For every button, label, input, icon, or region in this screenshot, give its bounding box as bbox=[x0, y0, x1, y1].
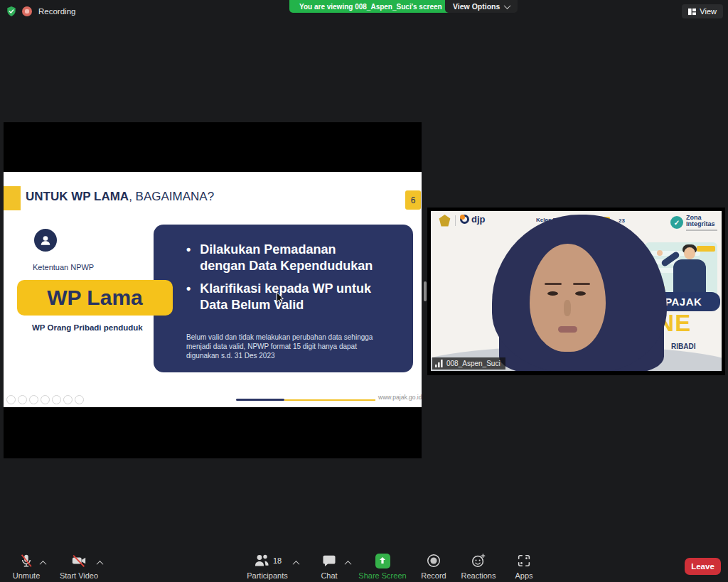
apps-label: Apps bbox=[515, 571, 532, 580]
view-options-button[interactable]: View Options bbox=[445, 0, 518, 13]
tiktok-icon bbox=[52, 395, 61, 404]
slide-title-rest: , BAGAIMANA? bbox=[129, 190, 214, 203]
meeting-status-group: Recording bbox=[6, 6, 75, 17]
mouse-cursor bbox=[276, 291, 285, 304]
camera-muted-icon bbox=[70, 553, 87, 568]
person-icon bbox=[34, 229, 57, 252]
djp-logo-icon bbox=[460, 215, 469, 224]
record-button[interactable]: Record bbox=[412, 553, 455, 580]
slide-note: Belum valid dan tidak melakukan perubaha… bbox=[186, 333, 390, 361]
bullet-item: • Dilakukan Pemadanan dengan Data Kepend… bbox=[186, 242, 379, 274]
participant-name: 008_Aspen_Suci bbox=[446, 360, 500, 367]
video-options-caret[interactable] bbox=[95, 559, 104, 567]
kemenkeu-emblem-icon bbox=[439, 215, 451, 227]
viewing-screen-banner: You are viewing 008_Aspen_Suci's screen bbox=[289, 0, 452, 13]
unmute-label: Unmute bbox=[13, 571, 41, 580]
view-options-label: View Options bbox=[453, 2, 500, 11]
start-video-label: Start Video bbox=[60, 571, 98, 580]
slide-website-url: www.pajak.go.id bbox=[378, 394, 422, 401]
reactions-label: Reactions bbox=[461, 571, 496, 580]
participant-name-tag: 008_Aspen_Suci bbox=[432, 357, 505, 370]
panel-resize-handle[interactable] bbox=[424, 281, 427, 301]
participants-count: 18 bbox=[273, 556, 282, 565]
zoom-meeting-window: Recording You are viewing 008_Aspen_Suci… bbox=[0, 0, 728, 582]
bullet-text: Dilakukan Pemadanan dengan Data Kependud… bbox=[200, 242, 379, 274]
record-label: Record bbox=[421, 571, 446, 580]
chat-options-caret[interactable] bbox=[343, 559, 352, 567]
participants-button[interactable]: 18 Participants bbox=[240, 553, 294, 580]
wp-badge-caption: WP Orang Pribadi penduduk bbox=[32, 323, 143, 332]
slide-progress-line-yellow bbox=[284, 399, 375, 401]
facebook-icon bbox=[6, 395, 16, 404]
search-icon bbox=[63, 395, 73, 404]
djp-logo: djp bbox=[460, 214, 486, 225]
slide-social-icons bbox=[6, 395, 84, 404]
connection-signal-icon bbox=[435, 360, 444, 367]
slide-accent-tab bbox=[4, 186, 21, 210]
apps-icon bbox=[516, 553, 532, 568]
zona-integritas-icon: ✓ bbox=[670, 216, 683, 229]
slide-progress-line-navy bbox=[236, 399, 284, 401]
slide-title-bold: UNTUK WP LAMA bbox=[26, 190, 129, 203]
twitter-icon bbox=[18, 395, 27, 404]
audio-options-caret[interactable] bbox=[38, 559, 47, 567]
zona-integritas-logo: ✓ Zona Integritas bbox=[670, 215, 717, 231]
security-shield-icon[interactable] bbox=[6, 6, 17, 17]
instagram-icon bbox=[29, 395, 38, 404]
shared-screen-area: UNTUK WP LAMA, BAGAIMANA? 6 Ketentuan NP… bbox=[4, 122, 422, 458]
youtube-icon bbox=[41, 395, 50, 404]
bullet-text: Klarifikasi kepada WP untuk Data Belum V… bbox=[200, 281, 379, 313]
apps-button[interactable]: Apps bbox=[506, 553, 542, 580]
view-button[interactable]: View bbox=[682, 4, 723, 18]
more-icon bbox=[75, 395, 84, 404]
share-screen-label: Share Screen bbox=[358, 571, 406, 580]
recording-indicator-icon[interactable] bbox=[22, 6, 32, 16]
wp-lama-badge: WP Lama bbox=[17, 280, 173, 316]
participants-icon bbox=[253, 553, 270, 568]
participants-options-caret[interactable] bbox=[291, 559, 300, 567]
record-icon bbox=[426, 553, 441, 568]
participant-video[interactable]: djp Kelas Pajak KPP Pratama 23 ✓ Zona In… bbox=[427, 208, 725, 375]
participant-video-content: djp Kelas Pajak KPP Pratama 23 ✓ Zona In… bbox=[431, 211, 722, 371]
poster-orang-pribadi-text: RIBADI bbox=[671, 343, 695, 350]
layout-grid-icon bbox=[688, 8, 696, 16]
share-screen-button[interactable]: Share Screen bbox=[358, 553, 407, 580]
slide-caption-ketentuan: Ketentuan NPWP bbox=[33, 263, 94, 271]
recording-label: Recording bbox=[38, 7, 75, 16]
reactions-smiley-icon bbox=[471, 553, 486, 568]
chat-bubble-icon bbox=[321, 553, 337, 568]
reactions-button[interactable]: Reactions bbox=[456, 553, 501, 580]
chevron-down-icon bbox=[504, 2, 511, 9]
slide-title: UNTUK WP LAMA, BAGAIMANA? bbox=[26, 190, 214, 204]
share-screen-icon bbox=[375, 554, 390, 568]
participants-label: Participants bbox=[247, 571, 287, 580]
view-button-label: View bbox=[700, 7, 717, 16]
leave-button[interactable]: Leave bbox=[685, 558, 721, 575]
slide-page-number: 6 bbox=[405, 190, 421, 210]
microphone-muted-icon bbox=[18, 553, 34, 568]
presentation-slide: UNTUK WP LAMA, BAGAIMANA? 6 Ketentuan NP… bbox=[4, 172, 422, 407]
chat-label: Chat bbox=[321, 571, 337, 580]
